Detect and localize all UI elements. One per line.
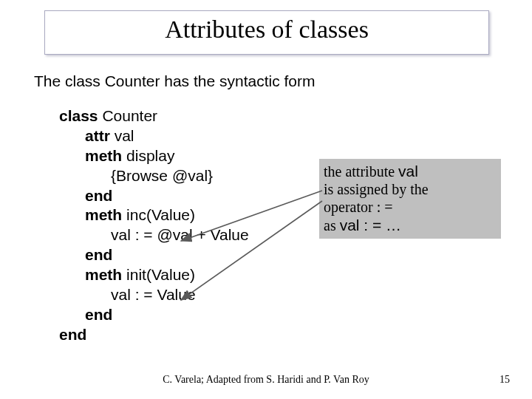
code-block: class Counter attr val meth display {Bro…	[59, 106, 249, 345]
kw-end-4: end	[59, 326, 86, 343]
code-t10: val : = Value	[111, 286, 196, 303]
code-t7: val : = @val + Value	[111, 226, 249, 243]
slide: Attributes of classes The class Counter …	[0, 0, 532, 399]
kw-end-1: end	[85, 187, 112, 204]
code-t6: inc(Value)	[122, 206, 195, 223]
code-t3: display	[122, 147, 174, 164]
note-line-3: operator : =	[324, 198, 497, 216]
intro-text: The class Counter has the syntactic form	[34, 72, 316, 90]
note-t4m: val : = …	[340, 216, 401, 233]
title-box: Attributes of classes	[44, 10, 489, 55]
kw-meth-2: meth	[85, 206, 122, 223]
note-line-1: the attribute val	[324, 162, 497, 180]
note-line-4: as val : = …	[324, 216, 497, 234]
kw-class: class	[59, 107, 98, 124]
kw-end-2: end	[85, 246, 112, 263]
kw-meth-3: meth	[85, 266, 122, 283]
code-t9: init(Value)	[122, 266, 195, 283]
code-t2: val	[110, 127, 134, 144]
kw-meth-1: meth	[85, 147, 122, 164]
code-t1: Counter	[98, 107, 158, 124]
page-number: 15	[499, 374, 510, 386]
kw-end-3: end	[85, 306, 112, 323]
note-line-2: is assigned by the	[324, 180, 497, 198]
note-t1m: val	[398, 163, 418, 180]
footer-text: C. Varela; Adapted from S. Haridi and P.…	[0, 374, 532, 386]
note-box: the attribute val is assigned by the ope…	[319, 159, 501, 239]
slide-title: Attributes of classes	[45, 11, 488, 44]
code-t4: {Browse @val}	[111, 167, 213, 184]
kw-attr: attr	[85, 127, 110, 144]
note-t4a: as	[324, 217, 340, 233]
note-t1: the attribute	[324, 163, 398, 180]
